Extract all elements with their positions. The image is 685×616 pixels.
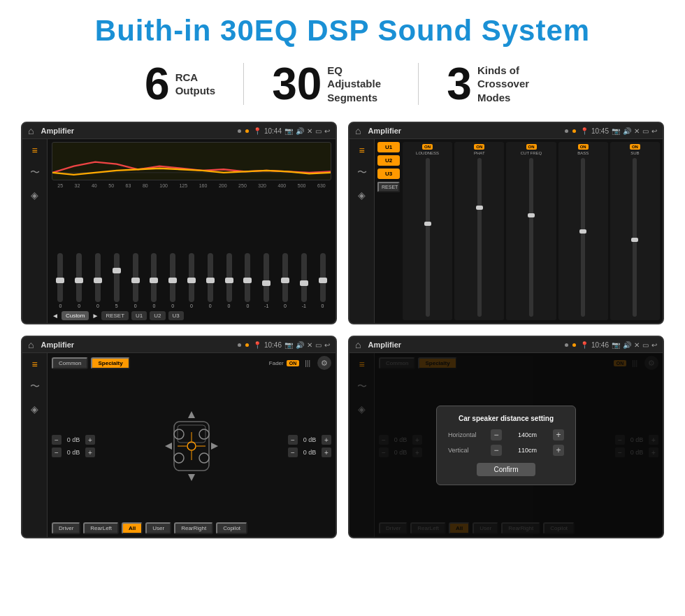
screen3-appname: Amplifier <box>41 341 233 349</box>
db-row-4: − 0 dB + <box>288 447 331 457</box>
screen3-sidebar: ≡ 〜 ◈ <box>22 353 48 537</box>
screen1-appname: Amplifier <box>41 127 233 135</box>
stat-rca-number: 6 <box>145 62 170 106</box>
specialty-tab[interactable]: Specialty <box>91 357 129 369</box>
rearleft-btn[interactable]: RearLeft <box>83 522 119 534</box>
db1-minus[interactable]: − <box>52 435 62 445</box>
eq-slider-5: 0 <box>127 253 144 308</box>
speaker-icon-3[interactable]: ◈ <box>27 402 43 416</box>
db4-plus[interactable]: + <box>322 447 331 457</box>
camera-icon-2: 📷 <box>612 127 620 135</box>
eq-slider-12: -1 <box>258 253 275 308</box>
svg-point-4 <box>199 429 209 439</box>
db3-plus[interactable]: + <box>322 435 331 445</box>
wave-icon-3[interactable]: 〜 <box>27 380 43 394</box>
u2-btn[interactable]: U2 <box>150 311 165 320</box>
screen4-content: ≡ 〜 ◈ Common Specialty ON ||| ⚙ <box>349 353 663 537</box>
bass-on[interactable]: ON <box>578 144 589 150</box>
screen1-time: 10:44 <box>264 127 282 135</box>
stat-crossover-number: 3 <box>447 62 472 106</box>
amp2-reset[interactable]: RESET <box>377 182 400 192</box>
channel-loudness: ON LOUDNESS <box>403 142 452 320</box>
home-icon: ⌂ <box>28 125 34 136</box>
sub-slider[interactable] <box>633 158 637 317</box>
u3-btn[interactable]: U3 <box>168 311 184 320</box>
stat-crossover-text: Kinds ofCrossover Modes <box>477 64 540 105</box>
svg-marker-14 <box>165 443 172 450</box>
copilot-btn[interactable]: Copilot <box>216 522 247 534</box>
vertical-label: Vertical <box>448 447 486 454</box>
svg-point-3 <box>174 429 184 439</box>
eq-slider-11: 0 <box>239 253 257 308</box>
amp2-presets: U1 U2 U3 RESET <box>377 142 400 320</box>
u1-btn[interactable]: U1 <box>131 311 147 320</box>
u3-preset[interactable]: U3 <box>377 169 400 179</box>
eq-graph <box>52 142 331 180</box>
vertical-minus[interactable]: − <box>491 445 502 456</box>
eq-slider-4: 5 <box>108 253 125 308</box>
bass-slider[interactable] <box>581 158 585 317</box>
svg-marker-13 <box>188 474 195 481</box>
phat-slider[interactable] <box>477 158 482 317</box>
eq-slider-15: 0 <box>314 253 331 308</box>
eq-icon-2[interactable]: ≡ <box>354 143 370 157</box>
screen4-statusicons: 📍 10:46 📷 🔊 ✕ ▭ ↩ <box>580 341 657 349</box>
u1-preset[interactable]: U1 <box>377 142 400 152</box>
cutfreq-on[interactable]: ON <box>526 144 537 150</box>
page-title: Buith-in 30EQ DSP Sound System <box>21 14 664 48</box>
next-btn[interactable]: ► <box>92 312 99 320</box>
wave-icon-2[interactable]: 〜 <box>354 166 370 180</box>
vertical-plus[interactable]: + <box>553 445 564 456</box>
svg-marker-15 <box>211 443 218 450</box>
fader-on-btn[interactable]: ON <box>287 360 300 366</box>
screen3-content: ≡ 〜 ◈ Common Specialty Fader ON ||| ⚙ <box>22 353 336 537</box>
settings-icon[interactable]: ⚙ <box>317 356 331 370</box>
status-dot1 <box>238 129 241 133</box>
screen4-statusbar: ⌂ Amplifier 📍 10:46 📷 🔊 ✕ ▭ ↩ <box>349 337 663 353</box>
db-row-2: − 0 dB + <box>52 447 95 457</box>
status-dot-s3-1 <box>238 343 241 347</box>
sub-on[interactable]: ON <box>630 144 640 150</box>
home-icon-4: ⌂ <box>355 339 361 350</box>
location-icon-2: 📍 <box>580 127 589 135</box>
phat-on[interactable]: ON <box>474 144 484 150</box>
eq-slider-1: 0 <box>52 253 69 308</box>
stats-row: 6 RCAOutputs 30 EQ AdjustableSegments 3 … <box>21 62 664 106</box>
horizontal-plus[interactable]: + <box>553 429 564 440</box>
common-tab[interactable]: Common <box>52 357 88 369</box>
window-icon-2: ▭ <box>642 127 649 135</box>
confirm-button[interactable]: Confirm <box>477 463 535 476</box>
speaker-icon[interactable]: ◈ <box>27 188 43 202</box>
svg-point-7 <box>187 442 196 450</box>
db4-minus[interactable]: − <box>288 447 298 457</box>
rearright-btn[interactable]: RearRight <box>174 522 213 534</box>
all-btn[interactable]: All <box>122 522 143 534</box>
status-dot2 <box>245 129 249 133</box>
db1-plus[interactable]: + <box>85 435 95 445</box>
db2-plus[interactable]: + <box>85 447 95 457</box>
eq-icon[interactable]: ≡ <box>27 143 43 157</box>
loudness-on[interactable]: ON <box>422 144 433 150</box>
db-row-1: − 0 dB + <box>52 435 95 445</box>
wave-icon[interactable]: 〜 <box>27 166 43 180</box>
driver-btn[interactable]: Driver <box>52 522 80 534</box>
db2-minus[interactable]: − <box>52 447 62 457</box>
custom-btn[interactable]: Custom <box>62 311 89 320</box>
eq-icon-3[interactable]: ≡ <box>27 357 43 371</box>
db-row-3: − 0 dB + <box>288 435 331 445</box>
u2-preset[interactable]: U2 <box>377 155 400 166</box>
cutfreq-slider[interactable] <box>529 158 533 317</box>
screen1-content: ≡ 〜 ◈ 2532405063801001251602002503204005… <box>22 139 336 323</box>
screen4-appname: Amplifier <box>368 341 561 349</box>
status-dot-s4-1 <box>565 343 568 347</box>
reset-btn[interactable]: RESET <box>101 311 129 320</box>
speaker-icon-2[interactable]: ◈ <box>354 188 370 202</box>
horizontal-minus[interactable]: − <box>491 429 502 440</box>
user-btn[interactable]: User <box>145 522 171 534</box>
prev-btn[interactable]: ◄ <box>52 312 59 320</box>
fader-tabs: Common Specialty Fader ON ||| ⚙ <box>52 356 331 370</box>
loudness-slider[interactable] <box>426 158 430 317</box>
screen1-statusicons: 📍 10:44 📷 🔊 ✕ ▭ ↩ <box>253 127 330 135</box>
db3-minus[interactable]: − <box>288 435 298 445</box>
fader-left: − 0 dB + − 0 dB + <box>52 372 95 520</box>
